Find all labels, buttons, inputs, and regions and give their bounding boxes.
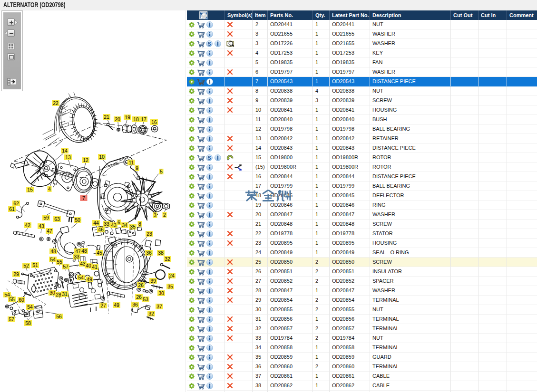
svg-text:54: 54 xyxy=(50,257,56,262)
svg-text:27: 27 xyxy=(100,303,106,308)
svg-text:30: 30 xyxy=(49,290,55,296)
svg-text:49: 49 xyxy=(114,302,119,308)
svg-text:21: 21 xyxy=(104,114,109,120)
svg-text:42: 42 xyxy=(25,222,30,228)
svg-text:2: 2 xyxy=(163,212,166,218)
svg-text:58: 58 xyxy=(25,320,31,326)
svg-text:48: 48 xyxy=(50,249,56,254)
svg-text:43: 43 xyxy=(111,222,117,228)
svg-text:43: 43 xyxy=(39,223,44,229)
svg-text:62: 62 xyxy=(13,201,19,206)
svg-text:28: 28 xyxy=(56,292,61,297)
svg-text:35: 35 xyxy=(130,224,136,229)
svg-text:56: 56 xyxy=(56,314,62,319)
svg-text:59: 59 xyxy=(43,215,49,220)
svg-text:45: 45 xyxy=(97,250,102,256)
svg-text:48: 48 xyxy=(81,248,87,254)
svg-text:51: 51 xyxy=(32,262,38,268)
svg-text:18: 18 xyxy=(133,116,139,122)
svg-text:10: 10 xyxy=(99,154,105,160)
svg-text:20: 20 xyxy=(115,116,120,122)
svg-text:31: 31 xyxy=(62,291,68,297)
svg-text:38: 38 xyxy=(158,250,164,256)
svg-text:11: 11 xyxy=(129,160,134,165)
svg-text:6: 6 xyxy=(117,220,120,225)
svg-text:29: 29 xyxy=(13,271,19,277)
svg-text:4: 4 xyxy=(48,186,51,192)
svg-text:9: 9 xyxy=(136,165,138,171)
svg-text:26: 26 xyxy=(136,294,142,300)
svg-text:16: 16 xyxy=(151,119,157,125)
svg-text:19: 19 xyxy=(125,115,130,120)
svg-text:32: 32 xyxy=(165,256,170,262)
svg-text:12: 12 xyxy=(83,157,88,163)
svg-text:54: 54 xyxy=(78,275,84,280)
svg-text:44: 44 xyxy=(93,220,99,226)
svg-text:50: 50 xyxy=(75,217,80,223)
svg-text:57: 57 xyxy=(63,264,68,269)
svg-text:47: 47 xyxy=(47,228,52,234)
svg-text:36: 36 xyxy=(146,250,152,256)
svg-text:39: 39 xyxy=(150,278,156,284)
svg-text:53: 53 xyxy=(143,296,148,302)
svg-text:33: 33 xyxy=(104,221,109,227)
svg-text:24: 24 xyxy=(169,273,175,278)
svg-text:34: 34 xyxy=(122,222,127,228)
svg-text:36: 36 xyxy=(132,302,138,307)
svg-text:37: 37 xyxy=(156,304,162,309)
svg-text:63: 63 xyxy=(54,216,60,222)
svg-text:17: 17 xyxy=(141,116,146,122)
svg-text:32: 32 xyxy=(148,311,154,316)
svg-text:15: 15 xyxy=(27,187,33,192)
svg-text:54: 54 xyxy=(27,304,33,310)
svg-text:13: 13 xyxy=(65,154,71,160)
svg-text:55: 55 xyxy=(57,259,62,265)
svg-text:5: 5 xyxy=(160,169,163,174)
svg-text:33: 33 xyxy=(74,254,79,259)
svg-text:7: 7 xyxy=(82,195,85,201)
svg-text:26: 26 xyxy=(138,282,144,288)
svg-text:8: 8 xyxy=(138,221,141,227)
svg-text:30: 30 xyxy=(158,290,164,296)
svg-text:57: 57 xyxy=(9,316,14,322)
svg-text:41: 41 xyxy=(92,264,98,270)
svg-text:40: 40 xyxy=(86,263,91,268)
svg-text:35: 35 xyxy=(167,284,173,289)
svg-text:61: 61 xyxy=(9,206,15,212)
svg-text:49: 49 xyxy=(87,277,92,282)
svg-text:52: 52 xyxy=(23,263,29,268)
svg-text:55: 55 xyxy=(9,296,15,302)
svg-text:60: 60 xyxy=(19,297,24,303)
svg-text:3: 3 xyxy=(154,212,156,218)
svg-text:46: 46 xyxy=(98,227,104,232)
svg-text:23: 23 xyxy=(146,231,152,237)
svg-text:22: 22 xyxy=(53,100,59,106)
svg-text:14: 14 xyxy=(62,148,68,153)
